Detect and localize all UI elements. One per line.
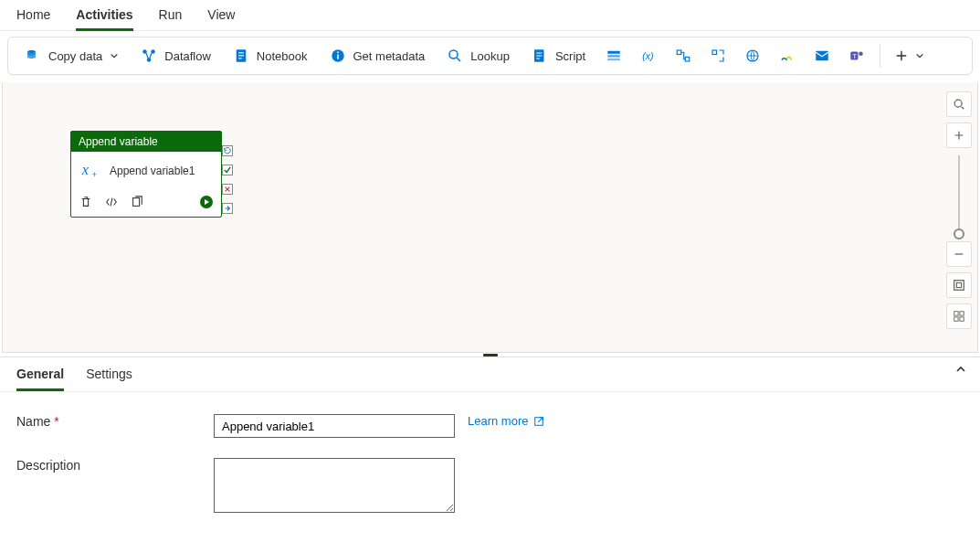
dataflow-label: Dataflow [164,49,211,63]
general-form: Name * Learn more Description [0,392,980,553]
chevron-down-icon [915,51,924,60]
search-icon [447,48,463,64]
copy-data-label: Copy data [48,49,102,63]
notebook-icon [233,48,249,64]
script-label: Script [555,49,585,63]
ribbon-separator [880,44,880,68]
svg-point-28 [954,100,962,107]
svg-rect-6 [238,58,242,58]
svg-rect-26 [133,198,140,207]
svg-rect-8 [337,55,339,59]
dataflow-button[interactable]: Dataflow [132,42,220,69]
pipeline-canvas[interactable]: Append variable x+ Append variable1 [2,82,978,353]
copy-data-button[interactable]: Copy data [16,42,128,69]
tab-activities[interactable]: Activities [76,5,132,31]
activity-type-header: Append variable [71,132,221,152]
external-link-icon [533,416,544,427]
main-menu-tabs: Home Activities Run View [0,0,980,31]
zoom-slider-knob[interactable] [954,229,964,239]
svg-text:+: + [92,170,97,179]
svg-rect-12 [607,51,620,54]
script-button[interactable]: Script [522,42,595,69]
tab-view[interactable]: View [207,5,235,28]
teams-icon[interactable]: T [841,42,872,69]
activity-name-label: Append variable1 [110,165,195,177]
learn-more-link[interactable]: Learn more [468,414,544,428]
notebook-button[interactable]: Notebook [224,42,317,69]
lookup-button[interactable]: Lookup [437,42,519,69]
clone-icon[interactable] [130,195,144,209]
port-skip-icon[interactable] [222,145,233,156]
svg-rect-18 [712,50,717,55]
canvas-search-icon[interactable] [946,91,972,117]
svg-rect-32 [960,312,964,315]
outlook-icon[interactable] [806,42,838,69]
notebook-label: Notebook [257,49,308,63]
web-activity-icon[interactable] [737,42,768,69]
azure-function-icon[interactable] [598,42,629,69]
plus-icon [895,49,908,62]
fit-to-screen-icon[interactable] [946,272,972,298]
svg-point-2 [147,58,152,62]
svg-rect-31 [954,312,958,315]
info-icon [330,48,346,64]
svg-point-10 [449,50,458,58]
lookup-label: Lookup [470,49,510,63]
properties-panel: General Settings Name * Learn more Descr… [0,356,980,553]
dataflow-icon [141,48,157,64]
code-icon[interactable] [104,195,119,209]
canvas-controls [946,91,972,329]
activity-footer [71,189,221,217]
svg-rect-30 [956,282,961,287]
svg-text:T: T [853,52,858,60]
svg-text:x: x [81,161,90,178]
ribbon-container: Copy data Dataflow Notebook Get metadata [0,31,980,82]
svg-rect-14 [607,58,620,60]
minimap-icon[interactable] [946,303,972,329]
port-success-icon[interactable] [222,165,233,175]
svg-rect-17 [685,58,690,62]
name-input[interactable] [214,414,455,438]
svg-text:(x): (x) [642,50,653,61]
variable-x-icon: x+ [80,159,100,182]
collapse-panel-icon[interactable] [954,363,967,378]
kql-activity-icon[interactable] [772,42,803,69]
svg-rect-29 [954,281,964,291]
svg-point-9 [337,51,339,53]
ribbon: Copy data Dataflow Notebook Get metadata [7,37,973,75]
tab-home[interactable]: Home [16,5,50,28]
zoom-slider[interactable] [958,155,960,234]
name-label: Name * [16,414,214,429]
tab-general[interactable]: General [16,363,64,391]
properties-tabs: General Settings [0,357,980,392]
svg-rect-20 [816,51,828,61]
port-failure-icon[interactable] [222,184,233,195]
script-icon [532,48,548,64]
tab-settings[interactable]: Settings [86,363,132,391]
svg-rect-5 [238,55,244,56]
copy-data-icon [25,48,41,64]
port-completion-icon[interactable] [222,203,233,214]
set-variable-icon[interactable]: (x) [633,42,664,69]
svg-rect-13 [607,55,620,57]
zoom-out-icon[interactable] [946,241,972,267]
chevron-down-icon [110,51,119,60]
svg-rect-4 [238,52,244,53]
description-label: Description [16,458,214,473]
get-metadata-button[interactable]: Get metadata [321,42,435,69]
add-activity-button[interactable] [888,44,932,68]
invoke-pipeline-icon[interactable] [668,42,699,69]
svg-rect-34 [960,317,964,321]
stored-procedure-icon[interactable] [702,42,733,69]
svg-point-23 [859,52,863,57]
tab-run[interactable]: Run [159,5,183,28]
run-arrow-icon[interactable] [199,195,214,209]
svg-rect-33 [954,317,958,321]
svg-rect-16 [677,50,681,55]
description-textarea[interactable] [214,458,455,513]
activity-node[interactable]: Append variable x+ Append variable1 [70,131,222,218]
zoom-in-icon[interactable] [946,122,972,148]
get-metadata-label: Get metadata [353,49,426,63]
activity-body: x+ Append variable1 [71,152,221,189]
delete-icon[interactable] [79,195,93,209]
